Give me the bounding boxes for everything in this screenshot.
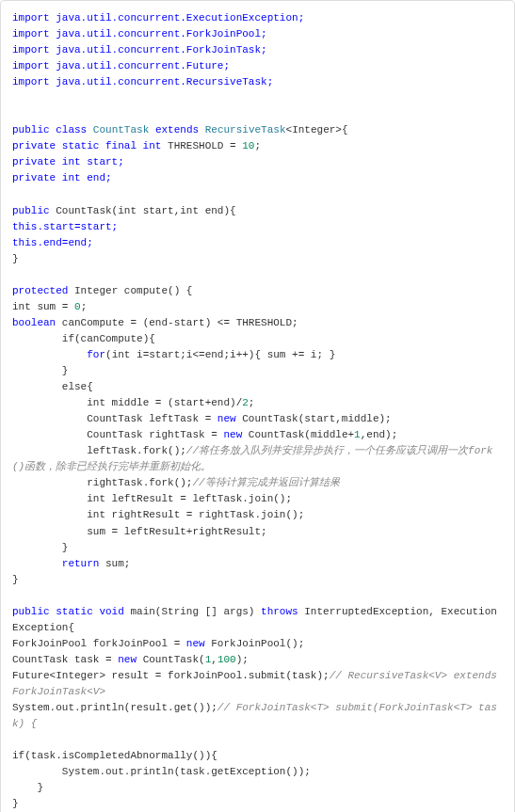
keyword: extends <box>155 124 199 135</box>
close-brace: } <box>12 363 503 379</box>
main-sig: public static void main(String [] args) … <box>12 604 503 636</box>
import-line: import java.util.concurrent.ForkJoinTask… <box>12 42 503 58</box>
keyword: public <box>12 124 50 135</box>
generic: <Integer>{ <box>286 124 348 135</box>
blank-line <box>12 732 503 748</box>
code-line: CountTask rightTask = new CountTask(midd… <box>12 427 503 443</box>
code-text: main(String [] args) <box>124 606 261 617</box>
code-line: System.out.println(task.getException()); <box>12 764 503 780</box>
code-line: return sum; <box>12 556 503 572</box>
code-text: if(task.isCompletedAbnormally()){ <box>12 750 217 761</box>
number-literal: 0 <box>74 301 81 312</box>
indent <box>12 349 87 360</box>
code-text: this.start=start; <box>12 221 118 232</box>
comment: //等待计算完成并返回计算结果 <box>192 477 339 488</box>
field-start: private int start; <box>12 154 503 170</box>
code-line: boolean canCompute = (end-start) <= THRE… <box>12 315 503 331</box>
code-text: System.out.println(task.getException()); <box>12 766 311 777</box>
blank-line <box>12 588 503 604</box>
code-text: private int start; <box>12 156 124 167</box>
code-text: import java.util.concurrent.ForkJoinPool… <box>12 28 267 40</box>
code-text: CountTask( <box>137 654 205 665</box>
code-text: int rightResult = rightTask.join(); <box>12 509 304 520</box>
code-text: this.end=end; <box>12 237 93 248</box>
blank-line <box>12 90 503 106</box>
keyword: new <box>118 654 137 665</box>
keyword: return <box>62 558 100 569</box>
code-text: sum = leftResult+rightResult; <box>12 526 267 537</box>
code-line: leftTask.fork();//将任务放入队列并安排异步执行，一个任务应该只… <box>12 443 503 475</box>
keyword: private static final int <box>12 140 161 151</box>
keyword: new <box>186 638 205 649</box>
code-line: else{ <box>12 379 503 395</box>
code-text: leftTask.fork(); <box>12 445 186 456</box>
code-line: rightTask.fork();//等待计算完成并返回计算结果 <box>12 475 503 491</box>
close-brace: } <box>12 251 503 267</box>
code-text: } <box>12 365 68 376</box>
code-text: private int end; <box>12 172 112 183</box>
code-line: CountTask task = new CountTask(1,100); <box>12 652 503 668</box>
keyword: throws <box>261 606 298 617</box>
code-text: ); <box>236 654 249 665</box>
code-text: CountTask(int start,int end){ <box>50 205 236 216</box>
code-text: ; <box>254 140 261 151</box>
code-text: int leftResult = leftTask.join(); <box>12 493 292 504</box>
code-line: int leftResult = leftTask.join(); <box>12 491 503 507</box>
number-literal: 1 <box>354 429 361 440</box>
code-text: ; <box>81 301 88 312</box>
close-brace: } <box>12 540 503 556</box>
code-text: } <box>12 253 19 264</box>
blank-line <box>12 267 503 283</box>
keyword: public <box>12 205 50 216</box>
code-line: if(task.isCompletedAbnormally()){ <box>12 748 503 764</box>
keyword: protected <box>12 285 68 296</box>
code-line: sum = leftResult+rightResult; <box>12 524 503 540</box>
code-text: ,end); <box>361 429 398 440</box>
code-text: rightTask.fork(); <box>12 477 192 488</box>
code-text: ForkJoinPool forkJoinPool = <box>12 638 186 649</box>
code-text: CountTask rightTask = <box>12 429 223 440</box>
code-text: (int i=start;i<=end;i++){ sum += i; } <box>105 349 335 360</box>
code-line: if(canCompute){ <box>12 331 503 347</box>
code-text: } <box>12 542 68 553</box>
import-line: import java.util.concurrent.ExecutionExc… <box>12 10 503 26</box>
code-line: int middle = (start+end)/2; <box>12 395 503 411</box>
blank-line <box>12 106 503 122</box>
code-text: System.out.println(result.get()); <box>12 702 217 713</box>
code-text: import java.util.concurrent.Future; <box>12 60 230 72</box>
keyword: new <box>223 429 242 440</box>
code-text: sum; <box>99 558 130 569</box>
keyword: class <box>56 124 87 135</box>
number-literal: 2 <box>242 397 249 408</box>
number-literal: 10 <box>242 140 254 151</box>
method-sig: protected Integer compute() { <box>12 283 503 299</box>
code-line: Future<Integer> result = forkJoinPool.su… <box>12 668 503 700</box>
code-text: CountTask(start,middle); <box>236 413 392 424</box>
close-brace: } <box>12 572 503 588</box>
code-text: } <box>12 574 19 585</box>
close-brace: } <box>12 796 503 812</box>
import-line: import java.util.concurrent.ForkJoinPool… <box>12 26 503 42</box>
code-text: int middle = (start+end)/ <box>12 397 242 408</box>
code-text: THRESHOLD = <box>161 140 242 151</box>
code-text: CountTask leftTask = <box>12 413 217 424</box>
code-text: int sum = <box>12 301 74 312</box>
import-line: import java.util.concurrent.Future; <box>12 58 503 74</box>
number-literal: 100 <box>217 654 236 665</box>
code-text: canCompute = (end-start) <= THRESHOLD; <box>56 317 298 328</box>
keyword: for <box>87 349 105 360</box>
class-declaration: public class CountTask extends Recursive… <box>12 122 503 138</box>
code-text: Future<Integer> result = forkJoinPool.su… <box>12 670 330 681</box>
code-line: this.start=start; <box>12 219 503 235</box>
code-line: for(int i=start;i<=end;i++){ sum += i; } <box>12 347 503 363</box>
code-text: else{ <box>12 381 93 392</box>
code-text: if(canCompute){ <box>12 333 155 344</box>
code-text: , <box>211 654 217 665</box>
code-text: ; <box>249 397 255 408</box>
code-text: import java.util.concurrent.ForkJoinTask… <box>12 44 267 56</box>
code-line: ForkJoinPool forkJoinPool = new ForkJoin… <box>12 636 503 652</box>
code-line: this.end=end; <box>12 235 503 251</box>
code-line: int rightResult = rightTask.join(); <box>12 507 503 523</box>
constructor-sig: public CountTask(int start,int end){ <box>12 203 503 219</box>
keyword: new <box>217 413 236 424</box>
